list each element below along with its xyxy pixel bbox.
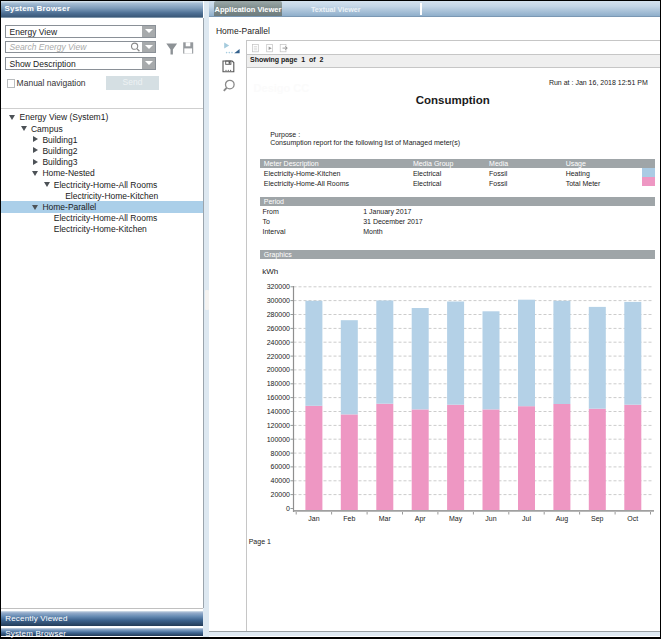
svg-text:Oct: Oct (627, 515, 638, 522)
svg-text:Apr: Apr (415, 515, 427, 523)
svg-text:Mar: Mar (379, 515, 392, 522)
svg-text:260000: 260000 (267, 325, 290, 332)
svg-text:Feb: Feb (343, 515, 355, 522)
svg-text:280000: 280000 (267, 311, 290, 318)
svg-text:Jun: Jun (485, 515, 496, 522)
svg-text:140000: 140000 (267, 408, 290, 415)
svg-text:160000: 160000 (267, 394, 290, 401)
svg-text:320000: 320000 (267, 283, 290, 290)
svg-text:Sep: Sep (591, 515, 604, 523)
svg-text:May: May (449, 515, 463, 523)
svg-text:Jul: Jul (522, 515, 531, 522)
svg-text:Jan: Jan (308, 515, 319, 522)
svg-text:240000: 240000 (267, 339, 290, 346)
svg-text:20000: 20000 (271, 491, 291, 498)
svg-text:180000: 180000 (267, 380, 290, 387)
svg-text:40000: 40000 (271, 477, 291, 484)
svg-text:60000: 60000 (271, 463, 291, 470)
svg-text:200000: 200000 (267, 366, 290, 373)
svg-text:100000: 100000 (267, 436, 290, 443)
svg-text:220000: 220000 (267, 353, 290, 360)
svg-text:0: 0 (286, 505, 290, 512)
svg-text:80000: 80000 (271, 450, 291, 457)
svg-text:120000: 120000 (267, 422, 290, 429)
svg-text:Aug: Aug (556, 515, 569, 523)
svg-text:300000: 300000 (267, 297, 290, 304)
